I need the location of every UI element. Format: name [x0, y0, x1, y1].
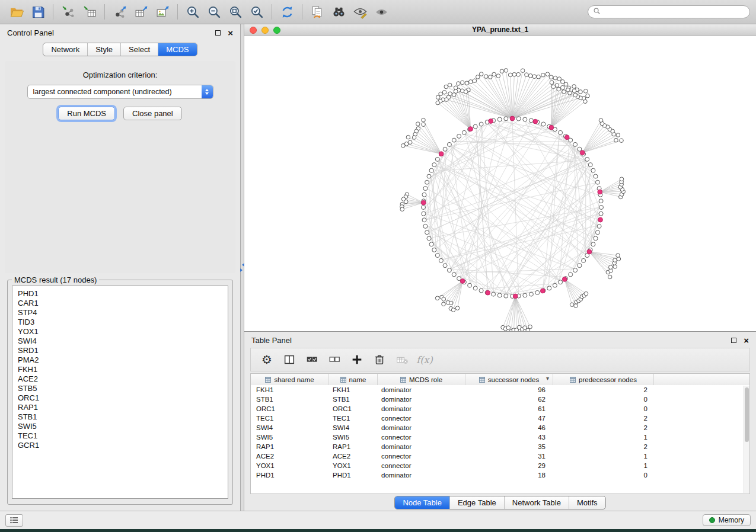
- task-history-button[interactable]: [5, 514, 23, 527]
- table-row[interactable]: ORC1ORC1dominator610: [251, 404, 749, 414]
- run-mcds-button[interactable]: Run MCDS: [58, 107, 115, 120]
- search-network-button[interactable]: [328, 2, 349, 21]
- column-type-icon: [570, 377, 576, 383]
- tab-mcds[interactable]: MCDS: [158, 43, 196, 56]
- tab-network-table[interactable]: Network Table: [505, 496, 569, 509]
- search-input[interactable]: [601, 8, 745, 16]
- zoom-out-button[interactable]: [203, 2, 225, 21]
- table-row[interactable]: PHD1PHD1dominator180: [251, 470, 749, 480]
- gear-button[interactable]: ⚙: [257, 350, 277, 369]
- show-graphics-button[interactable]: [371, 2, 392, 21]
- tab-style[interactable]: Style: [88, 43, 121, 56]
- function-button[interactable]: f(x): [414, 350, 435, 369]
- mcds-result-item[interactable]: GCR1: [18, 441, 222, 450]
- tab-network[interactable]: Network: [43, 43, 88, 56]
- memory-button[interactable]: Memory: [703, 514, 751, 526]
- mcds-result-item[interactable]: SWI5: [18, 422, 222, 431]
- mcds-result-item[interactable]: STB5: [18, 384, 222, 393]
- cell-MCDS-role: dominator: [378, 423, 465, 432]
- mcds-result-item[interactable]: PMA2: [18, 355, 222, 365]
- float-table-panel-icon[interactable]: [731, 338, 736, 343]
- cell-MCDS-role: dominator: [378, 404, 465, 414]
- column-header-name[interactable]: name: [329, 374, 378, 385]
- cell-name: RAP1: [329, 442, 378, 451]
- add-row-button[interactable]: [347, 350, 367, 369]
- column-type-icon: [400, 377, 406, 383]
- import-table-button[interactable]: [79, 2, 100, 21]
- mcds-result-item[interactable]: PHD1: [18, 289, 222, 299]
- zoom-fit-button[interactable]: [225, 2, 246, 21]
- table-toolbar: ⚙f(x): [250, 348, 750, 371]
- window-maximize-button[interactable]: [273, 27, 280, 34]
- export-image-button[interactable]: [152, 2, 173, 21]
- export-table-button[interactable]: [130, 2, 152, 21]
- save-session-button[interactable]: [27, 2, 49, 21]
- mcds-result-item[interactable]: ORC1: [18, 393, 222, 403]
- table-row[interactable]: ACE2ACE2connector311: [251, 451, 749, 461]
- table-row[interactable]: TEC1TEC1connector472: [251, 414, 749, 423]
- deselect-all-button[interactable]: [324, 350, 344, 369]
- column-header-successor-nodes[interactable]: successor nodes▾: [465, 374, 553, 385]
- export-network-button[interactable]: [109, 2, 130, 21]
- refresh-icon: [280, 5, 295, 20]
- mcds-result-item[interactable]: STB1: [18, 412, 222, 422]
- clear-table-button[interactable]: [392, 350, 412, 369]
- mcds-result-item[interactable]: FKH1: [18, 365, 222, 374]
- tab-edge-table[interactable]: Edge Table: [450, 496, 505, 509]
- open-session-button[interactable]: [6, 2, 27, 21]
- cell-successor-nodes: 96: [465, 385, 553, 395]
- network-graph[interactable]: [244, 36, 755, 331]
- table-row[interactable]: SWI4SWI4dominator462: [251, 423, 749, 432]
- cell-predecessor-nodes: 2: [553, 442, 654, 451]
- tab-motifs[interactable]: Motifs: [569, 496, 605, 509]
- column-header-MCDS-role[interactable]: MCDS role: [378, 374, 465, 385]
- float-panel-icon[interactable]: [215, 30, 221, 36]
- import-network-button[interactable]: [58, 2, 79, 21]
- mcds-result-item[interactable]: STP4: [18, 308, 222, 318]
- table-row[interactable]: YOX1YOX1connector291: [251, 461, 749, 470]
- scrollbar-thumb[interactable]: [745, 387, 749, 442]
- window-close-button[interactable]: [250, 27, 257, 34]
- column-type-icon: [479, 377, 485, 383]
- tab-node-table[interactable]: Node Table: [395, 496, 450, 509]
- table-scrollbar[interactable]: [744, 386, 749, 493]
- cell-shared-name: ORC1: [251, 404, 329, 414]
- toolbar-separator: [272, 4, 272, 20]
- mcds-result-item[interactable]: SRD1: [18, 346, 222, 355]
- close-panel-icon[interactable]: ×: [228, 30, 233, 36]
- table-row[interactable]: RAP1RAP1dominator352: [251, 442, 749, 451]
- sort-chevron-icon[interactable]: ▾: [546, 375, 549, 382]
- cell-MCDS-role: connector: [378, 461, 465, 470]
- zoom-selected-button[interactable]: [246, 2, 267, 21]
- tab-select[interactable]: Select: [121, 43, 158, 56]
- table-row[interactable]: SWI5SWI5connector431: [251, 432, 749, 442]
- column-header-predecessor-nodes[interactable]: predecessor nodes: [553, 374, 654, 385]
- mcds-result-item[interactable]: CAR1: [18, 299, 222, 308]
- table-row[interactable]: STB1STB1dominator620: [251, 395, 749, 404]
- mcds-result-item[interactable]: TEC1: [18, 431, 222, 441]
- mcds-result-item[interactable]: ACE2: [18, 374, 222, 384]
- cell-shared-name: RAP1: [251, 442, 329, 451]
- panel-splitter[interactable]: [240, 24, 244, 511]
- mcds-result-item[interactable]: TID3: [18, 318, 222, 327]
- network-canvas[interactable]: [244, 36, 756, 331]
- close-panel-button[interactable]: Close panel: [123, 107, 182, 120]
- close-table-panel-icon[interactable]: ×: [744, 338, 749, 344]
- clone-network-button[interactable]: [307, 2, 328, 21]
- window-minimize-button[interactable]: [261, 27, 269, 34]
- search-box[interactable]: [588, 5, 750, 18]
- mcds-result-item[interactable]: YOX1: [18, 327, 222, 336]
- cell-predecessor-nodes: 2: [553, 423, 654, 432]
- mcds-result-item[interactable]: RAP1: [18, 403, 222, 412]
- columns-button[interactable]: [279, 350, 299, 369]
- delete-row-button[interactable]: [369, 350, 390, 369]
- mcds-result-item[interactable]: SWI4: [18, 336, 222, 346]
- zoom-fit-icon: [228, 5, 243, 20]
- annotation-eye-button[interactable]: [349, 2, 371, 21]
- select-all-button[interactable]: [302, 350, 322, 369]
- zoom-in-button[interactable]: [182, 2, 203, 21]
- column-header-shared-name[interactable]: shared name: [251, 374, 329, 385]
- criterion-select[interactable]: largest connected component (undirected): [27, 85, 213, 99]
- table-row[interactable]: FKH1FKH1dominator962: [251, 385, 749, 395]
- refresh-button[interactable]: [276, 2, 298, 21]
